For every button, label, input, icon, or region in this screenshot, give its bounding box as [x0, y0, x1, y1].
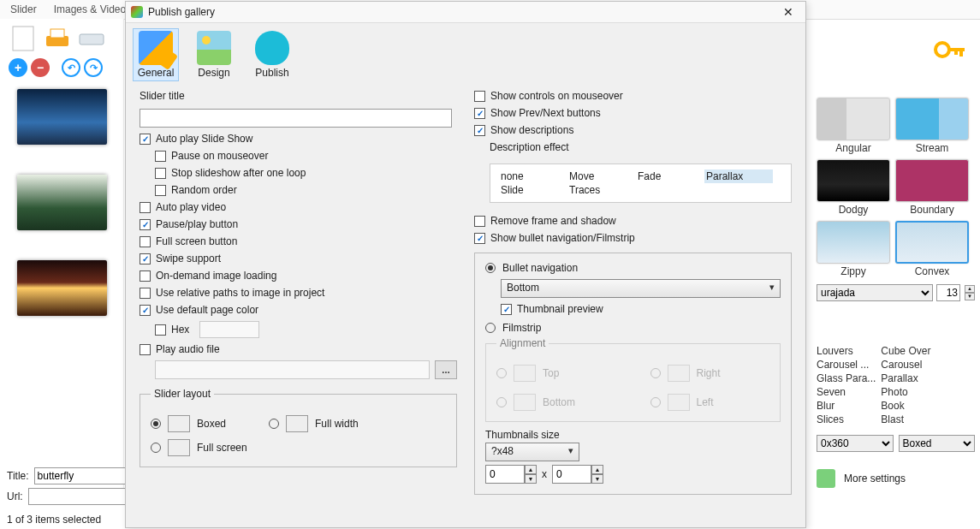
effect-item[interactable]: Louvers: [817, 344, 876, 358]
chk-pause-mouseover[interactable]: Pause on mouseover: [155, 150, 457, 162]
chk-show-descriptions[interactable]: ✓Show descriptions: [474, 124, 792, 136]
effect-item[interactable]: Blast: [881, 413, 930, 426]
more-settings-button[interactable]: More settings: [817, 469, 975, 488]
size-select[interactable]: 0x360: [817, 435, 894, 452]
publish-dialog: Publish gallery ✕ General Design Publish…: [125, 1, 806, 528]
radio-align-right[interactable]: Right: [650, 365, 770, 382]
desc-effect-option[interactable]: Fade: [636, 169, 704, 183]
thumbs-size-select[interactable]: ?x48: [485, 443, 579, 461]
effects-list-left[interactable]: LouversCarousel ...Glass Para...SevenBlu…: [817, 344, 876, 426]
effect-item[interactable]: Carousel ...: [817, 358, 876, 371]
image-thumb[interactable]: [17, 175, 107, 230]
chk-play-audio[interactable]: Play audio file: [140, 343, 457, 355]
radio-boxed[interactable]: Boxed: [151, 415, 226, 432]
browse-audio-button[interactable]: …: [435, 360, 457, 379]
thumb-width-input[interactable]: ▲▼: [485, 465, 537, 484]
desc-effect-option[interactable]: Slide: [499, 183, 567, 197]
desc-effect-option[interactable]: Traces: [567, 183, 636, 197]
effect-item[interactable]: Blur: [817, 399, 876, 413]
alignment-fieldset: Alignment Top Right Bottom Left: [485, 337, 781, 422]
align-right-icon: [668, 365, 690, 382]
fullwidth-icon: [286, 415, 308, 432]
template-angular[interactable]: Angular: [817, 98, 890, 154]
thumb-height-input[interactable]: ▲▼: [552, 465, 603, 484]
effect-item[interactable]: Photo: [881, 385, 930, 399]
remove-button[interactable]: −: [31, 58, 50, 77]
shape-select[interactable]: Boxed: [899, 435, 976, 452]
chk-autoplay-slideshow[interactable]: ✓Auto play Slide Show: [140, 133, 457, 145]
radio-align-left[interactable]: Left: [650, 394, 770, 411]
chk-autoplay-video[interactable]: Auto play video: [140, 201, 457, 213]
desc-effect-option[interactable]: Move: [567, 169, 636, 183]
radio-filmstrip[interactable]: Filmstrip: [485, 322, 781, 334]
chk-hex[interactable]: Hex: [155, 321, 457, 338]
rotate-left-icon[interactable]: ↶: [62, 58, 80, 77]
font-size-input[interactable]: [936, 284, 960, 301]
desc-effects-list[interactable]: noneMoveFadeParallaxSlideTraces: [490, 163, 792, 203]
tab-slider[interactable]: Slider: [7, 2, 40, 17]
chk-ondemand-loading[interactable]: On-demand image loading: [140, 270, 457, 282]
effect-item[interactable]: Parallax: [881, 371, 930, 385]
image-thumb[interactable]: [17, 89, 107, 145]
effects-list-right[interactable]: Cube OverCarouselParallaxPhotoBookBlast: [881, 344, 930, 426]
chk-prev-next[interactable]: ✓Show Prev/Next buttons: [474, 107, 792, 119]
close-button[interactable]: ✕: [780, 3, 797, 21]
template-label: Zippy: [840, 265, 865, 277]
radio-fullscreen[interactable]: Full screen: [151, 439, 247, 456]
effect-item[interactable]: Carousel: [881, 358, 930, 371]
tab-general[interactable]: General: [133, 28, 179, 81]
template-dodgy[interactable]: Dodgy: [817, 159, 890, 216]
template-thumb: [895, 221, 969, 264]
alignment-legend: Alignment: [496, 337, 549, 349]
desc-effect-option[interactable]: Parallax: [704, 169, 773, 183]
chk-stop-after-loop[interactable]: Stop slideshow after one loop: [155, 167, 457, 179]
chk-controls-mouseover[interactable]: Show controls on mouseover: [474, 90, 792, 102]
sidebar-small-tools: + − ↶ ↷: [0, 58, 123, 82]
template-stream[interactable]: Stream: [895, 98, 969, 154]
drive-icon[interactable]: [77, 24, 106, 53]
paper-icon[interactable]: [9, 24, 38, 53]
hex-input[interactable]: [199, 321, 259, 338]
bullet-position-select[interactable]: Bottom: [501, 279, 781, 298]
effect-item[interactable]: Glass Para...: [817, 371, 876, 385]
tab-images-videos[interactable]: Images & Videos: [50, 2, 135, 17]
effect-item[interactable]: Seven: [817, 385, 876, 399]
radio-fullwidth[interactable]: Full width: [269, 415, 359, 432]
tab-design[interactable]: Design: [191, 28, 237, 81]
chk-random-order[interactable]: Random order: [155, 184, 457, 196]
font-size-spinner[interactable]: ▲▼: [965, 285, 975, 300]
slider-title-input[interactable]: [140, 109, 452, 128]
effect-item[interactable]: Book: [881, 399, 930, 413]
printer-icon[interactable]: [43, 24, 72, 53]
radio-align-bottom[interactable]: Bottom: [496, 394, 616, 411]
template-grid: AngularStreamDodgyBoundaryZippyConvex: [817, 98, 975, 277]
svg-rect-6: [959, 48, 963, 56]
design-icon: [197, 31, 231, 65]
tab-publish[interactable]: Publish: [249, 28, 295, 81]
effect-item[interactable]: Cube Over: [881, 344, 930, 358]
add-button[interactable]: +: [9, 58, 27, 77]
template-thumb: [895, 159, 969, 202]
template-convex[interactable]: Convex: [895, 221, 969, 277]
effect-item[interactable]: Slices: [817, 413, 876, 426]
chk-remove-frame[interactable]: Remove frame and shadow: [474, 215, 792, 227]
chk-pause-play-button[interactable]: ✓Pause/play button: [140, 218, 457, 230]
audio-file-input[interactable]: [155, 360, 430, 379]
radio-align-top[interactable]: Top: [496, 365, 616, 382]
chk-thumbnail-preview[interactable]: ✓Thumbnail preview: [501, 303, 781, 315]
radio-bullet-nav[interactable]: Bullet navigation: [485, 262, 781, 274]
image-thumb[interactable]: [17, 260, 107, 316]
desc-effect-option[interactable]: none: [499, 169, 567, 183]
rotate-right-icon[interactable]: ↷: [84, 58, 103, 77]
chk-relative-paths[interactable]: Use relative paths to image in project: [140, 287, 457, 299]
chk-fullscreen-button[interactable]: Full screen button: [140, 235, 457, 247]
template-boundary[interactable]: Boundary: [895, 159, 969, 216]
svg-rect-7: [954, 48, 958, 55]
chk-swipe-support[interactable]: ✓Swipe support: [140, 253, 457, 264]
chk-default-page-color[interactable]: ✓Use default page color: [140, 304, 457, 316]
template-zippy[interactable]: Zippy: [817, 221, 890, 277]
font-select[interactable]: urajada: [817, 284, 933, 301]
template-label: Stream: [916, 142, 949, 154]
key-icon[interactable]: [934, 38, 968, 68]
chk-bullet-filmstrip[interactable]: ✓Show bullet navigation/Filmstrip: [474, 232, 792, 244]
